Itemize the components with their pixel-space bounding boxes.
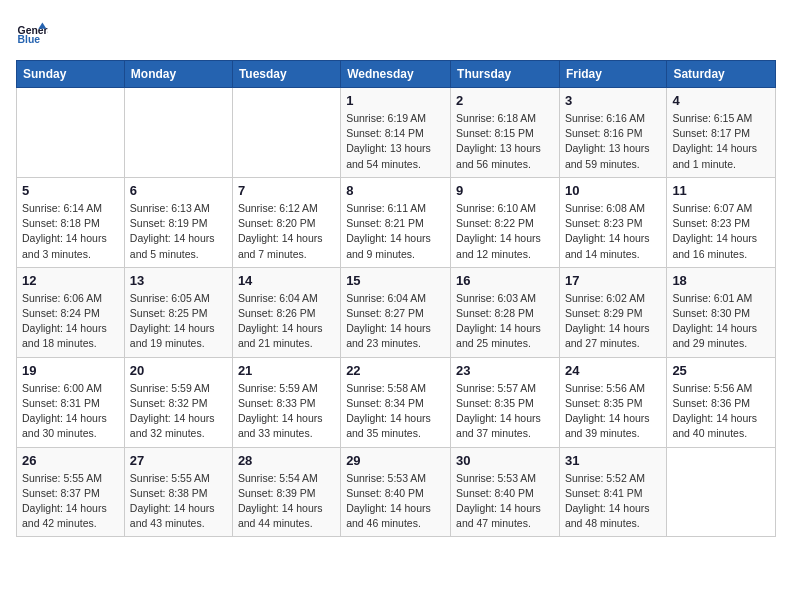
weekday-header-saturday: Saturday <box>667 61 776 88</box>
day-number: 22 <box>346 363 445 378</box>
calendar-cell: 9Sunrise: 6:10 AMSunset: 8:22 PMDaylight… <box>451 177 560 267</box>
calendar-cell: 1Sunrise: 6:19 AMSunset: 8:14 PMDaylight… <box>341 88 451 178</box>
day-info: Sunrise: 6:14 AMSunset: 8:18 PMDaylight:… <box>22 201 119 262</box>
day-info: Sunrise: 6:00 AMSunset: 8:31 PMDaylight:… <box>22 381 119 442</box>
weekday-header-friday: Friday <box>559 61 666 88</box>
calendar-cell: 13Sunrise: 6:05 AMSunset: 8:25 PMDayligh… <box>124 267 232 357</box>
day-info: Sunrise: 5:53 AMSunset: 8:40 PMDaylight:… <box>456 471 554 532</box>
day-number: 12 <box>22 273 119 288</box>
day-number: 19 <box>22 363 119 378</box>
calendar-week-2: 5Sunrise: 6:14 AMSunset: 8:18 PMDaylight… <box>17 177 776 267</box>
calendar-cell: 16Sunrise: 6:03 AMSunset: 8:28 PMDayligh… <box>451 267 560 357</box>
calendar-cell: 7Sunrise: 6:12 AMSunset: 8:20 PMDaylight… <box>232 177 340 267</box>
weekday-header-monday: Monday <box>124 61 232 88</box>
day-number: 15 <box>346 273 445 288</box>
day-number: 13 <box>130 273 227 288</box>
weekday-header-row: SundayMondayTuesdayWednesdayThursdayFrid… <box>17 61 776 88</box>
calendar-cell: 14Sunrise: 6:04 AMSunset: 8:26 PMDayligh… <box>232 267 340 357</box>
day-number: 8 <box>346 183 445 198</box>
calendar-cell: 6Sunrise: 6:13 AMSunset: 8:19 PMDaylight… <box>124 177 232 267</box>
calendar-week-1: 1Sunrise: 6:19 AMSunset: 8:14 PMDaylight… <box>17 88 776 178</box>
day-number: 23 <box>456 363 554 378</box>
day-info: Sunrise: 6:01 AMSunset: 8:30 PMDaylight:… <box>672 291 770 352</box>
day-number: 28 <box>238 453 335 468</box>
calendar-cell: 30Sunrise: 5:53 AMSunset: 8:40 PMDayligh… <box>451 447 560 537</box>
weekday-header-wednesday: Wednesday <box>341 61 451 88</box>
weekday-header-sunday: Sunday <box>17 61 125 88</box>
day-info: Sunrise: 6:12 AMSunset: 8:20 PMDaylight:… <box>238 201 335 262</box>
day-number: 9 <box>456 183 554 198</box>
day-info: Sunrise: 6:13 AMSunset: 8:19 PMDaylight:… <box>130 201 227 262</box>
logo: General Blue <box>16 16 48 48</box>
calendar-table: SundayMondayTuesdayWednesdayThursdayFrid… <box>16 60 776 537</box>
day-number: 14 <box>238 273 335 288</box>
day-number: 30 <box>456 453 554 468</box>
calendar-cell <box>124 88 232 178</box>
calendar-cell: 21Sunrise: 5:59 AMSunset: 8:33 PMDayligh… <box>232 357 340 447</box>
day-info: Sunrise: 5:59 AMSunset: 8:32 PMDaylight:… <box>130 381 227 442</box>
day-info: Sunrise: 5:58 AMSunset: 8:34 PMDaylight:… <box>346 381 445 442</box>
calendar-cell: 19Sunrise: 6:00 AMSunset: 8:31 PMDayligh… <box>17 357 125 447</box>
day-number: 3 <box>565 93 661 108</box>
day-info: Sunrise: 6:06 AMSunset: 8:24 PMDaylight:… <box>22 291 119 352</box>
calendar-cell: 29Sunrise: 5:53 AMSunset: 8:40 PMDayligh… <box>341 447 451 537</box>
day-info: Sunrise: 5:55 AMSunset: 8:38 PMDaylight:… <box>130 471 227 532</box>
day-number: 4 <box>672 93 770 108</box>
calendar-cell: 17Sunrise: 6:02 AMSunset: 8:29 PMDayligh… <box>559 267 666 357</box>
calendar-cell: 3Sunrise: 6:16 AMSunset: 8:16 PMDaylight… <box>559 88 666 178</box>
calendar-week-4: 19Sunrise: 6:00 AMSunset: 8:31 PMDayligh… <box>17 357 776 447</box>
svg-text:Blue: Blue <box>18 34 41 45</box>
calendar-week-3: 12Sunrise: 6:06 AMSunset: 8:24 PMDayligh… <box>17 267 776 357</box>
calendar-cell: 15Sunrise: 6:04 AMSunset: 8:27 PMDayligh… <box>341 267 451 357</box>
calendar-cell: 20Sunrise: 5:59 AMSunset: 8:32 PMDayligh… <box>124 357 232 447</box>
day-number: 11 <box>672 183 770 198</box>
day-info: Sunrise: 6:10 AMSunset: 8:22 PMDaylight:… <box>456 201 554 262</box>
calendar-cell: 10Sunrise: 6:08 AMSunset: 8:23 PMDayligh… <box>559 177 666 267</box>
day-number: 16 <box>456 273 554 288</box>
calendar-cell: 22Sunrise: 5:58 AMSunset: 8:34 PMDayligh… <box>341 357 451 447</box>
day-info: Sunrise: 5:54 AMSunset: 8:39 PMDaylight:… <box>238 471 335 532</box>
day-info: Sunrise: 6:08 AMSunset: 8:23 PMDaylight:… <box>565 201 661 262</box>
day-number: 26 <box>22 453 119 468</box>
calendar-cell: 11Sunrise: 6:07 AMSunset: 8:23 PMDayligh… <box>667 177 776 267</box>
day-number: 1 <box>346 93 445 108</box>
day-number: 25 <box>672 363 770 378</box>
day-info: Sunrise: 5:56 AMSunset: 8:35 PMDaylight:… <box>565 381 661 442</box>
day-info: Sunrise: 5:56 AMSunset: 8:36 PMDaylight:… <box>672 381 770 442</box>
calendar-cell <box>232 88 340 178</box>
day-info: Sunrise: 5:57 AMSunset: 8:35 PMDaylight:… <box>456 381 554 442</box>
day-info: Sunrise: 6:04 AMSunset: 8:26 PMDaylight:… <box>238 291 335 352</box>
day-info: Sunrise: 6:19 AMSunset: 8:14 PMDaylight:… <box>346 111 445 172</box>
day-info: Sunrise: 6:05 AMSunset: 8:25 PMDaylight:… <box>130 291 227 352</box>
calendar-cell <box>17 88 125 178</box>
day-number: 10 <box>565 183 661 198</box>
day-number: 17 <box>565 273 661 288</box>
day-info: Sunrise: 5:59 AMSunset: 8:33 PMDaylight:… <box>238 381 335 442</box>
day-number: 2 <box>456 93 554 108</box>
day-number: 5 <box>22 183 119 198</box>
day-info: Sunrise: 6:11 AMSunset: 8:21 PMDaylight:… <box>346 201 445 262</box>
calendar-cell: 23Sunrise: 5:57 AMSunset: 8:35 PMDayligh… <box>451 357 560 447</box>
calendar-cell: 12Sunrise: 6:06 AMSunset: 8:24 PMDayligh… <box>17 267 125 357</box>
calendar-cell: 2Sunrise: 6:18 AMSunset: 8:15 PMDaylight… <box>451 88 560 178</box>
day-number: 27 <box>130 453 227 468</box>
day-number: 31 <box>565 453 661 468</box>
logo-icon: General Blue <box>16 16 48 48</box>
calendar-cell: 18Sunrise: 6:01 AMSunset: 8:30 PMDayligh… <box>667 267 776 357</box>
day-info: Sunrise: 5:52 AMSunset: 8:41 PMDaylight:… <box>565 471 661 532</box>
calendar-cell: 25Sunrise: 5:56 AMSunset: 8:36 PMDayligh… <box>667 357 776 447</box>
day-info: Sunrise: 6:16 AMSunset: 8:16 PMDaylight:… <box>565 111 661 172</box>
calendar-cell: 28Sunrise: 5:54 AMSunset: 8:39 PMDayligh… <box>232 447 340 537</box>
page-header: General Blue <box>16 16 776 48</box>
day-number: 21 <box>238 363 335 378</box>
day-info: Sunrise: 5:53 AMSunset: 8:40 PMDaylight:… <box>346 471 445 532</box>
calendar-week-5: 26Sunrise: 5:55 AMSunset: 8:37 PMDayligh… <box>17 447 776 537</box>
calendar-cell: 26Sunrise: 5:55 AMSunset: 8:37 PMDayligh… <box>17 447 125 537</box>
day-number: 7 <box>238 183 335 198</box>
calendar-body: 1Sunrise: 6:19 AMSunset: 8:14 PMDaylight… <box>17 88 776 537</box>
calendar-cell: 4Sunrise: 6:15 AMSunset: 8:17 PMDaylight… <box>667 88 776 178</box>
day-info: Sunrise: 6:04 AMSunset: 8:27 PMDaylight:… <box>346 291 445 352</box>
day-number: 24 <box>565 363 661 378</box>
day-info: Sunrise: 6:18 AMSunset: 8:15 PMDaylight:… <box>456 111 554 172</box>
day-info: Sunrise: 6:02 AMSunset: 8:29 PMDaylight:… <box>565 291 661 352</box>
